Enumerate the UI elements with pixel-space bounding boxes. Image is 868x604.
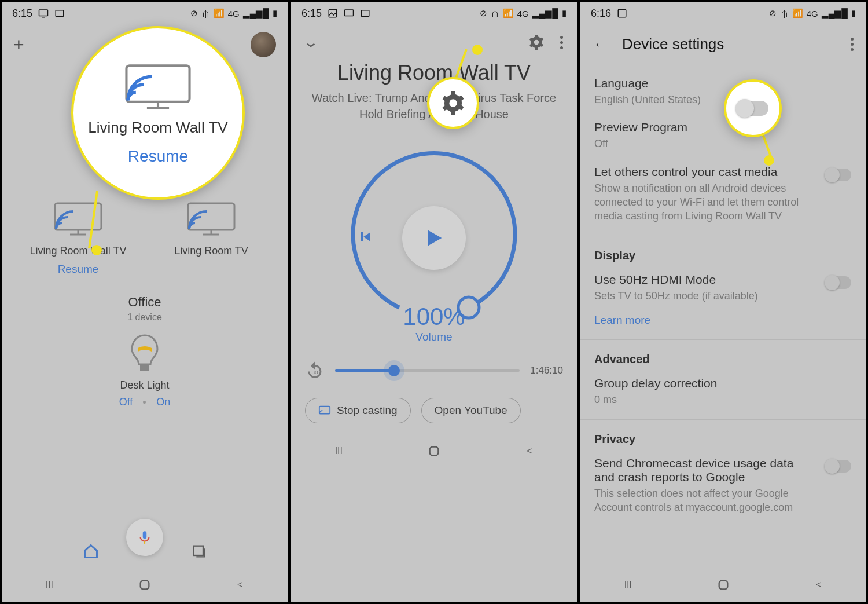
open-youtube-button[interactable]: Open YouTube [421, 398, 521, 423]
status-time: 6:15 [12, 8, 32, 20]
callout-magnifier [427, 77, 479, 129]
cast-icon [344, 8, 354, 19]
seek-bar[interactable] [335, 369, 520, 372]
desk-light-label[interactable]: Desk Light [13, 379, 276, 391]
page-title: Device settings [622, 35, 837, 53]
tv-cast-icon [162, 201, 260, 239]
recent-apps-button[interactable]: III [619, 576, 637, 594]
android-nav-bar: III < [580, 568, 866, 602]
home-button[interactable] [425, 442, 443, 460]
resume-link[interactable]: Resume [29, 263, 127, 276]
learn-more-link[interactable]: Learn more [580, 310, 866, 334]
callout-anchor-dot [91, 245, 102, 255]
status-indicators: ⊘⫛📶4G▂▄▆█▮ [769, 8, 856, 19]
android-nav-bar: III < [2, 568, 288, 602]
svg-rect-16 [143, 531, 147, 539]
settings-gear-icon[interactable] [529, 35, 544, 50]
tv-cast-icon [29, 201, 127, 239]
bulb-icon [128, 333, 161, 375]
settings-gear-icon [442, 91, 465, 115]
tv-cast-icon [123, 61, 193, 113]
hdmi-toggle[interactable] [826, 276, 851, 289]
bottom-tabs [2, 535, 288, 568]
more-menu-icon[interactable] [851, 38, 854, 51]
screenshot-3: 6:16 ⊘⫛📶4G▂▄▆█▮ ← Device settings Langua… [579, 0, 868, 604]
usage-data-toggle[interactable] [826, 460, 851, 473]
status-bar: 6:16 ⊘⫛📶4G▂▄▆█▮ [580, 2, 866, 25]
let-others-control-setting[interactable]: Let others control your cast media Show … [580, 158, 866, 230]
cast-icon [318, 404, 331, 417]
svg-rect-18 [193, 546, 203, 555]
home-button[interactable] [715, 576, 732, 594]
callout-magnifier [724, 79, 782, 137]
home-tab-icon[interactable] [83, 543, 99, 559]
status-indicators: ⊘⫛📶4G▂▄▆█▮ [480, 8, 567, 19]
language-setting[interactable]: Language English (United States) [580, 69, 866, 114]
add-button[interactable]: + [13, 34, 24, 56]
callout-anchor-dot [472, 45, 483, 55]
library-tab-icon[interactable] [191, 543, 207, 559]
play-button[interactable] [402, 206, 466, 270]
preview-program-setting[interactable]: Preview Program Off [580, 114, 866, 158]
svg-rect-25 [361, 10, 369, 17]
mic-fab[interactable] [126, 519, 163, 556]
window-icon [54, 8, 65, 19]
screenshot-1: 6:15 ⊘⫛📶4G▂▄▆█▮ + Kitchen d Pause Livin … [0, 0, 289, 604]
play-icon [422, 226, 446, 250]
duration-label: 1:46:10 [530, 365, 563, 376]
device-label: Living Room Wall TV [29, 245, 127, 257]
advanced-section-header: Advanced [580, 339, 866, 369]
callout-magnifier: Living Room Wall TV Resume [71, 26, 245, 200]
hdmi-50hz-setting[interactable]: Use 50Hz HDMI Mode Sets TV to 50Hz mode … [580, 266, 866, 310]
off-link[interactable]: Off [119, 396, 133, 408]
office-section-title: Office [13, 295, 276, 310]
living-room-tv-card[interactable]: Living Room TV [162, 201, 260, 276]
back-arrow-icon[interactable]: ← [593, 35, 608, 53]
callout-anchor-dot [764, 155, 774, 166]
separator-dot [143, 401, 146, 404]
collapse-chevron-icon[interactable]: ⌄ [303, 34, 319, 50]
home-button[interactable] [136, 576, 153, 594]
previous-track-button[interactable] [359, 230, 373, 246]
callout-action: Resume [128, 147, 188, 166]
avatar[interactable] [251, 32, 276, 57]
status-indicators: ⊘⫛📶4G▂▄▆█▮ [190, 8, 277, 19]
volume-ring[interactable] [341, 145, 527, 331]
living-room-wall-tv-card[interactable]: Living Room Wall TV Resume [29, 201, 127, 276]
svg-rect-19 [141, 581, 149, 590]
svg-rect-1 [42, 17, 45, 18]
status-bar: 6:15 ⊘⫛📶4G▂▄▆█▮ [291, 2, 577, 25]
callout-title: Living Room Wall TV [88, 119, 227, 137]
status-bar: 6:15 ⊘⫛📶4G▂▄▆█▮ [2, 2, 288, 25]
svg-point-26 [458, 297, 479, 318]
let-others-toggle[interactable] [826, 169, 851, 181]
svg-rect-0 [39, 10, 48, 16]
svg-rect-30 [430, 447, 439, 456]
status-time: 6:16 [591, 8, 611, 20]
group-delay-setting[interactable]: Group delay correction 0 ms [580, 369, 866, 413]
back-button[interactable]: < [231, 576, 249, 594]
privacy-section-header: Privacy [580, 419, 866, 449]
mic-icon [137, 530, 152, 545]
back-button[interactable]: < [521, 442, 538, 460]
device-label: Living Room TV [162, 245, 260, 257]
recent-apps-button[interactable]: III [41, 576, 58, 594]
more-menu-icon[interactable] [560, 36, 563, 49]
usage-data-setting[interactable]: Send Chromecast device usage data and cr… [580, 449, 866, 522]
svg-rect-2 [56, 10, 64, 17]
cast-icon [38, 8, 49, 19]
recent-apps-button[interactable]: III [330, 442, 347, 460]
on-link[interactable]: On [156, 396, 170, 408]
stop-casting-button[interactable]: Stop casting [305, 398, 411, 423]
svg-rect-32 [719, 581, 728, 590]
android-nav-bar: III < [291, 434, 577, 468]
image-icon [328, 8, 338, 19]
svg-rect-31 [618, 9, 626, 17]
window-icon [360, 8, 370, 19]
replay-30-icon[interactable]: 30 [305, 361, 325, 380]
display-section-header: Display [580, 236, 866, 266]
screenshot-2: 6:15 ⊘⫛📶4G▂▄▆█▮ ⌄ Living Room Wall TV Wa… [289, 0, 579, 604]
back-button[interactable]: < [810, 576, 827, 594]
svg-text:30: 30 [311, 369, 318, 375]
seek-handle[interactable] [388, 365, 400, 376]
